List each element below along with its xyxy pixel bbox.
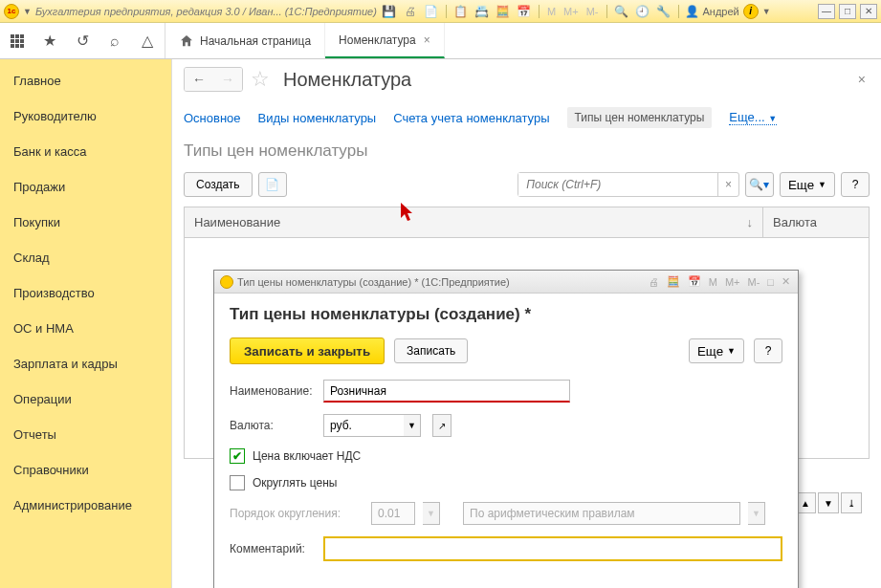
sort-indicator-icon: ↓ — [747, 215, 754, 229]
search-box: × — [518, 172, 739, 197]
tab-nomenclature[interactable]: Номенклатура × — [325, 23, 445, 58]
zoom-icon[interactable]: 🔍 — [613, 3, 630, 20]
more-button[interactable]: Еще ▼ — [780, 172, 835, 197]
save-close-button[interactable]: Записать и закрыть — [230, 338, 385, 364]
save-icon[interactable]: 💾 — [381, 3, 398, 20]
save-button[interactable]: Записать — [394, 338, 468, 363]
clipboard-icon[interactable]: 📋 — [452, 3, 470, 20]
nav-buttons: ← → — [184, 67, 243, 92]
nav-back-button[interactable]: ← — [185, 68, 213, 91]
dialog-maximize-button[interactable]: □ — [765, 276, 776, 288]
vat-checkbox[interactable]: ✔ — [230, 448, 245, 464]
history-icon[interactable]: ↺ — [73, 32, 92, 51]
round-checkbox[interactable] — [230, 475, 245, 490]
print-icon[interactable]: 🖨 — [402, 3, 419, 20]
advanced-search-button[interactable]: 🔍▾ — [745, 172, 774, 197]
dialog-logo-icon — [220, 275, 233, 289]
sidebar-item-production[interactable]: Производство — [0, 275, 171, 311]
sidebar-item-bank[interactable]: Банк и касса — [0, 134, 171, 169]
sidebar-item-operations[interactable]: Операции — [0, 381, 171, 417]
dialog-m-plus-button[interactable]: M+ — [723, 276, 742, 288]
dialog-calc-icon[interactable]: 🧮 — [665, 275, 682, 288]
search-clear-icon[interactable]: × — [717, 173, 738, 196]
col-currency-header[interactable]: Валюта — [763, 207, 869, 237]
dropdown-icon[interactable]: ▼ — [23, 7, 32, 16]
scroll-down-button[interactable]: ▼ — [818, 492, 839, 513]
currency-open-button[interactable]: ↗ — [432, 414, 452, 437]
sidebar-item-purchases[interactable]: Покупки — [0, 205, 171, 240]
star-icon[interactable]: ★ — [40, 32, 59, 51]
round-rule-dropdown-icon: ▼ — [748, 502, 765, 525]
subnav-kinds[interactable]: Виды номенклатуры — [258, 111, 377, 125]
currency-label: Валюта: — [230, 419, 316, 432]
window-titlebar: 1c ▼ Бухгалтерия предприятия, редакция 3… — [0, 0, 881, 23]
info-icon[interactable]: i — [743, 4, 759, 19]
subnav: Основное Виды номенклатуры Счета учета н… — [184, 107, 870, 128]
comment-label: Комментарий: — [230, 542, 316, 555]
col-name-header[interactable]: Наименование ↓ — [185, 207, 763, 237]
sidebar-item-catalogs[interactable]: Справочники — [0, 452, 171, 488]
m-button[interactable]: M — [545, 6, 558, 17]
user-name[interactable]: Андрей — [703, 6, 739, 17]
sidebar-item-reports[interactable]: Отчеты — [0, 417, 171, 452]
favorite-star-icon[interactable]: ☆ — [251, 67, 270, 92]
user-icon: 👤 — [685, 5, 699, 18]
subnav-price-types[interactable]: Типы цен номенклатуры — [567, 107, 713, 128]
printer-icon[interactable]: 📇 — [474, 3, 491, 20]
m-minus-button[interactable]: M- — [584, 6, 601, 17]
subnav-main[interactable]: Основное — [184, 111, 241, 125]
sidebar-item-payroll[interactable]: Зарплата и кадры — [0, 346, 171, 381]
nav-forward-button[interactable]: → — [213, 68, 242, 91]
calculator-icon[interactable]: 🧮 — [495, 3, 512, 20]
dialog-help-button[interactable]: ? — [754, 338, 782, 363]
name-input[interactable] — [323, 380, 570, 403]
tools-icon[interactable]: 🔧 — [655, 3, 672, 20]
info-dropdown-icon[interactable]: ▼ — [762, 7, 771, 16]
price-type-dialog: Тип цены номенклатуры (создание) * (1С:П… — [213, 270, 799, 588]
currency-input[interactable] — [323, 414, 404, 437]
minimize-button[interactable]: — — [818, 4, 835, 19]
calendar-icon[interactable]: 📅 — [516, 3, 533, 20]
comment-input[interactable] — [323, 536, 782, 561]
sidebar-item-stock[interactable]: Склад — [0, 240, 171, 275]
bell-icon[interactable]: △ — [138, 32, 157, 51]
m-plus-button[interactable]: M+ — [562, 6, 581, 17]
app-toolbar: ★ ↺ ⌕ △ Начальная страница Номенклатура … — [0, 23, 881, 59]
sidebar: Главное Руководителю Банк и касса Продаж… — [0, 59, 172, 588]
sidebar-item-manager[interactable]: Руководителю — [0, 98, 171, 134]
name-label: Наименование: — [230, 384, 316, 398]
doc-icon[interactable]: 📄 — [423, 3, 440, 20]
round-label: Округлять цены — [253, 476, 337, 490]
currency-dropdown-icon[interactable]: ▼ — [404, 414, 421, 437]
dialog-titlebar[interactable]: Тип цены номенклатуры (создание) * (1С:П… — [214, 271, 798, 294]
round-order-label: Порядок округления: — [230, 507, 363, 520]
dialog-m-button[interactable]: M — [707, 276, 719, 288]
dialog-calendar-icon[interactable]: 📅 — [686, 275, 703, 288]
dialog-print-icon[interactable]: 🖨 — [647, 276, 661, 288]
tab-home[interactable]: Начальная страница — [165, 23, 325, 58]
copy-button[interactable]: 📄 — [258, 172, 287, 197]
scroll-bottom-button[interactable]: ⤓ — [841, 492, 862, 513]
close-page-button[interactable]: × — [854, 68, 870, 91]
link-icon[interactable]: 🕘 — [634, 3, 651, 20]
round-value-dropdown-icon: ▼ — [423, 502, 440, 525]
sidebar-item-admin[interactable]: Администрирование — [0, 488, 171, 523]
dialog-close-button[interactable]: ✕ — [780, 275, 792, 288]
subnav-accounts[interactable]: Счета учета номенклатуры — [393, 111, 549, 125]
dialog-more-button[interactable]: Еще ▼ — [689, 338, 744, 363]
close-window-button[interactable]: ✕ — [860, 4, 877, 19]
subnav-more[interactable]: Еще... ▼ — [729, 110, 777, 125]
sidebar-item-assets[interactable]: ОС и НМА — [0, 311, 171, 346]
apps-icon[interactable] — [8, 32, 27, 51]
maximize-button[interactable]: □ — [839, 4, 856, 19]
sidebar-item-main[interactable]: Главное — [0, 63, 171, 98]
dialog-m-minus-button[interactable]: M- — [746, 276, 762, 288]
page-title: Номенклатура — [283, 69, 411, 91]
tab-close-icon[interactable]: × — [424, 33, 430, 47]
search-input[interactable] — [518, 173, 717, 196]
search-icon[interactable]: ⌕ — [105, 32, 124, 51]
create-button[interactable]: Создать — [184, 172, 253, 197]
sidebar-item-sales[interactable]: Продажи — [0, 169, 171, 205]
tab-nomenclature-label: Номенклатура — [339, 33, 416, 47]
help-button[interactable]: ? — [841, 172, 870, 197]
